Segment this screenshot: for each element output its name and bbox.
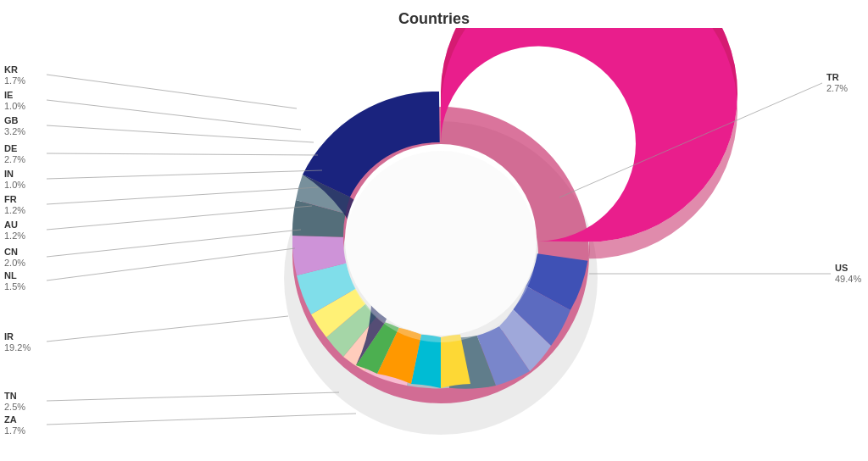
chart-title: Countries xyxy=(0,0,868,28)
label-tn-country: TN xyxy=(4,391,17,401)
label-cn-pct: 2.0% xyxy=(4,258,25,268)
hole-shadow xyxy=(345,151,537,342)
svg-line-13 xyxy=(47,392,339,401)
label-ir-pct: 19.2% xyxy=(4,342,31,353)
label-au-pct: 1.2% xyxy=(4,230,25,241)
label-kr-pct: 1.7% xyxy=(4,75,25,86)
svg-line-4 xyxy=(47,100,301,130)
label-de-pct: 2.7% xyxy=(4,154,25,164)
label-tn-pct: 2.5% xyxy=(4,402,25,412)
label-fr-pct: 1.2% xyxy=(4,205,25,215)
label-ie-country: IE xyxy=(4,90,13,100)
label-kr-country: KR xyxy=(4,64,18,75)
label-ie-pct: 1.0% xyxy=(4,101,25,111)
label-cn-country: CN xyxy=(4,247,18,257)
label-nl-country: NL xyxy=(4,270,17,280)
label-tr-pct: 2.7% xyxy=(826,83,848,93)
chart-container: TR 2.7% US 49.4% KR 1.7% IE 1.0% GB 3.2%… xyxy=(0,28,868,460)
label-in-country: IN xyxy=(4,169,14,179)
label-au-country: AU xyxy=(4,219,18,230)
svg-line-11 xyxy=(47,248,295,280)
svg-line-7 xyxy=(47,170,322,179)
label-nl-pct: 1.5% xyxy=(4,281,25,292)
label-de-country: DE xyxy=(4,143,17,153)
svg-line-9 xyxy=(47,206,312,230)
label-za-country: ZA xyxy=(4,414,17,425)
label-ir-country: IR xyxy=(4,331,14,342)
svg-line-6 xyxy=(47,153,318,155)
svg-line-3 xyxy=(47,75,297,108)
label-tr-country: TR xyxy=(826,72,839,82)
label-gb-pct: 3.2% xyxy=(4,126,25,136)
label-us-country: US xyxy=(835,263,848,273)
label-fr-country: FR xyxy=(4,194,17,204)
svg-line-14 xyxy=(47,414,356,425)
svg-line-5 xyxy=(47,125,314,142)
label-us-pct: 49.4% xyxy=(835,274,861,284)
label-za-pct: 1.7% xyxy=(4,425,25,436)
svg-line-12 xyxy=(47,316,288,342)
label-gb-country: GB xyxy=(4,115,19,125)
label-in-pct: 1.0% xyxy=(4,180,25,190)
svg-line-8 xyxy=(47,187,318,204)
